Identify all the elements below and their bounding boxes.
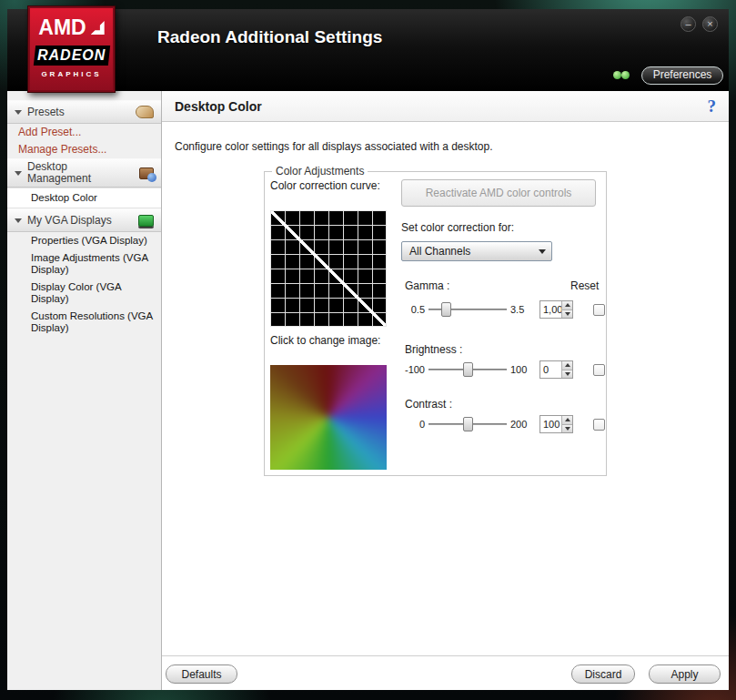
- sidebar-item-desktop-color[interactable]: Desktop Color: [7, 188, 161, 208]
- apply-button[interactable]: Apply: [649, 664, 721, 684]
- sidebar-item-custom-resolutions[interactable]: Custom Resolutions (VGA Display): [7, 308, 161, 337]
- footer-divider: [162, 655, 729, 656]
- window-title: Radeon Additional Settings: [157, 27, 382, 47]
- slider-thumb[interactable]: [463, 417, 473, 431]
- main-panel: Desktop Color ? Configure color settings…: [162, 91, 729, 690]
- sidebar-item-properties[interactable]: Properties (VGA Display): [7, 232, 161, 249]
- brightness-slider[interactable]: [428, 360, 507, 379]
- sidebar-section-my-vga-displays[interactable]: My VGA Displays: [7, 208, 161, 232]
- contrast-reset-checkbox[interactable]: [593, 419, 605, 431]
- page-title: Desktop Color: [175, 99, 262, 114]
- page-header: Desktop Color ?: [162, 91, 729, 122]
- set-correction-label: Set color correction for:: [401, 221, 514, 234]
- spin-up-icon[interactable]: [562, 301, 572, 309]
- window: AMD RADEON GRAPHICS Radeon Additional Se…: [0, 0, 736, 700]
- contrast-min-label: 0: [399, 419, 425, 430]
- gamma-row: 0.5 3.5 1,00: [399, 299, 605, 320]
- vga-header-label: My VGA Displays: [27, 214, 112, 227]
- gamma-slider[interactable]: [428, 300, 507, 319]
- sidebar: Presets Add Preset... Manage Presets... …: [7, 91, 162, 690]
- chevron-down-icon: [539, 249, 546, 254]
- spin-up-icon[interactable]: [562, 361, 572, 370]
- color-wheel-image[interactable]: [270, 365, 387, 470]
- slider-thumb[interactable]: [463, 362, 473, 377]
- gamma-label: Gamma :: [405, 279, 449, 292]
- discard-button[interactable]: Discard: [571, 664, 635, 684]
- logo-amd-text: AMD: [38, 15, 86, 40]
- contrast-max-label: 200: [510, 419, 534, 430]
- amd-radeon-logo: AMD RADEON GRAPHICS: [27, 5, 116, 93]
- logo-band: RADEON: [34, 46, 110, 66]
- sidebar-item-display-color[interactable]: Display Color (VGA Display): [7, 279, 161, 308]
- brightness-value[interactable]: 0: [540, 361, 561, 378]
- spin-up-icon[interactable]: [562, 416, 572, 424]
- spin-down-icon[interactable]: [562, 424, 572, 433]
- desktop-management-icon: [139, 167, 154, 179]
- add-preset-link[interactable]: Add Preset...: [7, 124, 161, 141]
- binoculars-icon: [613, 70, 631, 81]
- page-description: Configure color settings for all display…: [175, 140, 493, 153]
- contrast-spinbox[interactable]: 100: [539, 415, 573, 433]
- spin-buttons: [561, 301, 572, 318]
- color-correction-curve-image[interactable]: [270, 210, 387, 327]
- gamma-value[interactable]: 1,00: [540, 301, 561, 318]
- gamma-spinbox[interactable]: 1,00: [539, 300, 573, 319]
- logo-top: AMD: [38, 15, 104, 40]
- chevron-down-icon: [15, 171, 22, 176]
- channel-select[interactable]: All Channels: [401, 241, 552, 261]
- reset-label: Reset: [570, 279, 599, 292]
- spin-down-icon[interactable]: [562, 309, 572, 319]
- color-wheel-gradient: [270, 365, 387, 470]
- sidebar-section-presets[interactable]: Presets: [7, 100, 161, 124]
- sidebar-section-desktop-management[interactable]: Desktop Management: [7, 158, 161, 188]
- spin-down-icon[interactable]: [562, 370, 572, 379]
- preferences-button[interactable]: Preferences: [641, 66, 723, 85]
- channel-select-value: All Channels: [409, 245, 470, 258]
- brightness-row: -100 100 0: [399, 360, 605, 380]
- slider-track[interactable]: [428, 309, 507, 311]
- slider-thumb[interactable]: [441, 302, 451, 317]
- curve-label: Color correction curve:: [270, 179, 380, 192]
- presets-header-label: Presets: [27, 106, 65, 118]
- chevron-down-icon: [15, 110, 22, 115]
- brightness-spinbox[interactable]: 0: [539, 360, 573, 379]
- palette-icon: [136, 106, 154, 118]
- spin-buttons: [561, 361, 572, 378]
- contrast-slider[interactable]: [428, 415, 507, 433]
- brightness-max-label: 100: [510, 364, 534, 375]
- desktop-management-header-label: Desktop Management: [27, 161, 126, 185]
- click-to-change-label: Click to change image:: [270, 334, 380, 347]
- defaults-button[interactable]: Defaults: [166, 664, 237, 684]
- gamma-min-label: 0.5: [399, 304, 425, 315]
- reactivate-amd-color-controls-button[interactable]: Reactivate AMD color controls: [401, 179, 596, 207]
- manage-presets-link[interactable]: Manage Presets...: [7, 141, 161, 158]
- contrast-value[interactable]: 100: [540, 416, 561, 432]
- contrast-label: Contrast :: [405, 398, 452, 411]
- gamma-max-label: 3.5: [510, 304, 534, 315]
- close-button[interactable]: ×: [702, 16, 718, 32]
- color-adjustments-group: Color Adjustments Color correction curve…: [264, 171, 607, 476]
- help-icon[interactable]: ?: [708, 96, 717, 117]
- brightness-reset-checkbox[interactable]: [593, 364, 605, 376]
- amd-arrow-icon: [91, 21, 105, 35]
- logo-radeon-text: RADEON: [37, 47, 106, 64]
- group-legend: Color Adjustments: [272, 165, 368, 178]
- brightness-label: Brightness :: [405, 343, 462, 356]
- chevron-down-icon: [15, 218, 22, 223]
- logo-graphics-text: GRAPHICS: [41, 70, 101, 78]
- sidebar-item-image-adjustments[interactable]: Image Adjustments (VGA Display): [7, 249, 161, 279]
- contrast-row: 0 200 100: [399, 414, 605, 434]
- vga-monitor-icon: [138, 215, 154, 227]
- minimize-button[interactable]: –: [681, 16, 696, 32]
- gamma-reset-checkbox[interactable]: [593, 304, 605, 316]
- brightness-min-label: -100: [399, 364, 425, 375]
- spin-buttons: [561, 416, 572, 432]
